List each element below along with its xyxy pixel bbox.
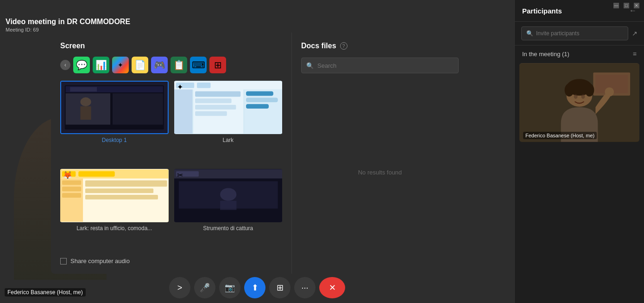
docs-no-results: No results found [301,80,459,264]
svg-rect-7 [80,106,91,120]
nav-prev-button[interactable]: ‹ [60,60,70,70]
share-audio-label: Share computer audio [70,258,130,264]
share-screen-icon: ⬆ [252,283,259,293]
invite-input-box[interactable]: 🔍 Invite participants [521,26,628,40]
invite-share-button[interactable]: ↗ [632,30,638,37]
app-icon-sheets[interactable]: 📊 [93,57,109,73]
docs-help-icon[interactable]: ? [340,42,347,50]
more-icon: ··· [301,283,308,293]
app-icon-grid[interactable]: ⊞ [209,57,226,73]
bottom-toolbar: > 🎤 📷 ⬆ ⊞ ··· ✕ [0,277,514,298]
screen-thumb-snip: ✂ [174,169,283,222]
thumb-desktop1-inner [61,82,168,133]
screen-item-lark[interactable]: ✦ Lark [174,81,283,163]
svg-rect-11 [197,83,210,88]
screen-thumb-lark-firefox: 🦊 [60,169,169,222]
screen-grid: Desktop 1 [60,81,282,251]
svg-point-50 [581,94,585,99]
maximize-button[interactable]: □ [624,3,629,8]
svg-rect-16 [195,105,236,110]
app-icon-excel[interactable]: 📋 [170,57,187,73]
participants-sidebar: Participants ← 🔍 Invite participants ↗ I… [514,0,644,303]
expand-icon: > [177,283,183,293]
svg-rect-27 [60,178,83,221]
share-screen-button[interactable]: ⬆ [244,277,265,298]
app-icon-notes[interactable]: 📄 [132,57,148,73]
share-audio-checkbox[interactable] [60,258,67,264]
layout-icon: ⊞ [277,283,284,293]
participant-name-label: Federico Basanese (Host, me) [523,132,597,139]
svg-point-6 [80,97,91,106]
thumb-lark-inner [174,81,283,134]
thumb-snip-app-icon: ✂ [177,171,183,180]
docs-panel-title: Docs files [301,42,336,50]
svg-rect-12 [174,90,192,134]
microphone-button[interactable]: 🎤 [194,277,215,298]
participant-video-federico: Federico Basanese (Host, me) [519,63,639,142]
close-button[interactable]: ✕ [634,3,639,8]
svg-rect-17 [195,111,227,116]
more-button[interactable]: ··· [294,277,316,298]
svg-point-49 [574,94,578,99]
svg-rect-20 [246,97,278,102]
svg-point-48 [605,87,614,97]
svg-rect-40 [220,200,236,210]
end-call-icon: ✕ [329,283,336,293]
svg-rect-29 [62,187,81,191]
search-icon: 🔍 [306,62,314,69]
mic-icon: 🎤 [200,283,210,293]
meeting-title-area: Video meeting in DR COMMODORE Meeting ID… [6,18,130,32]
app-icon-discord[interactable]: 🎮 [151,57,168,73]
app-icon-whatsapp[interactable]: 💬 [73,57,90,73]
end-call-button[interactable]: ✕ [319,277,345,298]
expand-button[interactable]: > [169,277,190,298]
svg-rect-5 [113,93,163,125]
svg-rect-3 [70,87,97,92]
svg-point-39 [220,188,236,200]
camera-button[interactable]: 📷 [219,277,240,298]
thumb-lark-app-icon: ✦ [177,83,183,91]
svg-rect-33 [85,195,158,200]
screen-item-snip[interactable]: ✂ Strumento di cattura [174,169,283,251]
window-controls: — □ ✕ [613,3,644,8]
svg-rect-21 [246,104,269,109]
svg-point-46 [565,84,574,97]
thumb-firefox-app-icon: 🦊 [63,171,72,180]
screen-panel: Screen ‹ 💬 📊 ✦ 📄 🎮 📋 ⌨ ⊞ [51,32,292,274]
screen-panel-title: Screen [60,42,282,50]
minimize-button[interactable]: — [613,3,619,8]
screen-label-desktop1: Desktop 1 [60,137,169,143]
screen-item-desktop1[interactable]: Desktop 1 [60,81,169,163]
in-meeting-label: In the meeting (1) [522,51,569,58]
camera-icon: 📷 [225,283,235,293]
invite-search-icon: 🔍 [526,30,533,37]
svg-rect-30 [62,193,81,198]
meeting-id: Meeting ID: 69 [6,27,130,32]
screen-label-snip: Strumento di cattura [174,225,283,232]
thumb-firefox-inner [60,169,169,222]
docs-search-box: 🔍 [301,58,459,73]
app-icons-row: ‹ 💬 📊 ✦ 📄 🎮 📋 ⌨ ⊞ [60,57,282,73]
screen-thumb-lark: ✦ [174,81,283,134]
invite-placeholder-text: Invite participants [536,30,579,37]
invite-row: 🔍 Invite participants ↗ [515,22,644,45]
svg-rect-14 [195,91,240,97]
docs-search-input[interactable] [317,62,454,69]
svg-rect-15 [195,98,231,103]
screen-label-lark-firefox: Lark: resta in ufficio, comoda... [60,225,169,232]
in-meeting-menu-button[interactable]: ≡ [633,50,637,58]
svg-rect-18 [245,90,282,134]
svg-rect-32 [85,188,153,193]
in-meeting-header: In the meeting (1) ≡ [515,45,644,60]
app-icon-vscode[interactable]: ⌨ [190,57,207,73]
app-icon-multicolor[interactable]: ✦ [112,57,129,73]
docs-panel: Docs files ? 🔍 No results found [292,32,468,274]
docs-header: Docs files ? [301,42,459,50]
svg-point-47 [585,84,594,97]
svg-rect-25 [78,171,114,177]
screen-item-lark-firefox[interactable]: 🦊 Lark: resta in ufficio, comoda... [60,169,169,251]
thumb-snip-inner [174,169,283,222]
layout-button[interactable]: ⊞ [269,277,290,298]
sidebar-title: Participants [522,7,562,15]
meeting-title: Video meeting in DR COMMODORE [6,18,130,26]
